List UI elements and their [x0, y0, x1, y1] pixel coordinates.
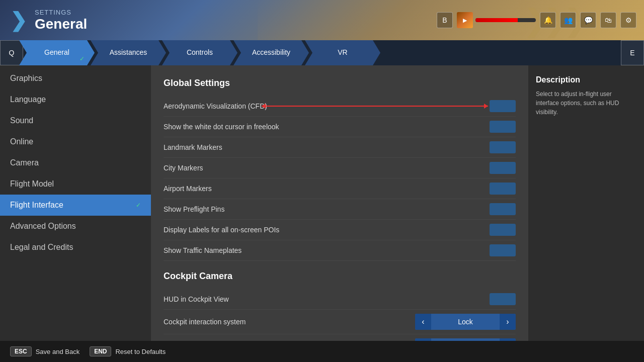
save-back-button[interactable]: ESC Save and Back: [10, 346, 79, 356]
sidebar: Graphics Language Sound Online Camera Fl…: [0, 65, 151, 341]
header-left: ❯ Settings General: [10, 9, 87, 32]
toggle-hud-cockpit[interactable]: [490, 293, 516, 305]
footer: ESC Save and Back END Reset to Defaults: [0, 341, 644, 362]
sidebar-item-flight-interface[interactable]: Flight Interface ✓: [0, 195, 151, 216]
sidebar-item-sound[interactable]: Sound: [0, 110, 151, 131]
reset-defaults-label: Reset to Defaults: [115, 348, 166, 355]
sidebar-item-camera[interactable]: Camera: [0, 152, 151, 173]
dropdown-instrument-tooltips[interactable]: ‹ Off ›: [415, 338, 516, 341]
toggle-preflight-pins[interactable]: [490, 203, 516, 215]
notification-icon[interactable]: 🔔: [540, 12, 556, 28]
sidebar-item-language[interactable]: Language: [0, 89, 151, 110]
xp-bar-container: ▶: [457, 12, 536, 28]
sidebar-item-online[interactable]: Online: [0, 131, 151, 152]
setting-row-hud-cockpit: HUD in Cockpit View: [164, 289, 516, 310]
landmark-label: Landmark Markers: [164, 143, 222, 151]
traffic-nameplates-label: Show Traffic Nameplates: [164, 246, 242, 254]
sidebar-item-legal-credits[interactable]: Legal and Credits: [0, 237, 151, 258]
hud-cockpit-label: HUD in Cockpit View: [164, 295, 229, 303]
toggle-city-markers[interactable]: [490, 162, 516, 174]
end-key: END: [90, 346, 111, 356]
save-back-label: Save and Back: [36, 348, 79, 355]
sidebar-item-flight-model[interactable]: Flight Model: [0, 173, 151, 195]
xp-fill: [475, 18, 518, 22]
nav-tabs: Q General ✓ Assistances Controls Accessi…: [0, 40, 644, 65]
xp-bar: [475, 18, 536, 22]
display-labels-label: Display Labels for all on-screen POIs: [164, 226, 279, 234]
header-right: B ▶ 🔔 👥 💬 🛍 ⚙: [437, 12, 636, 28]
header-settings-label: Settings: [35, 9, 87, 16]
description-title: Description: [536, 75, 636, 84]
toggle-landmark[interactable]: [490, 141, 516, 153]
esc-key: ESC: [10, 346, 32, 356]
city-markers-label: City Markers: [164, 164, 203, 172]
header: ❯ ❯ ❯ ❯ Settings General B ▶ 🔔 👥 💬 🛍 ⚙: [0, 0, 644, 40]
description-text: Select to adjust in-flight user interfac…: [536, 89, 636, 117]
main-layout: Graphics Language Sound Online Camera Fl…: [0, 65, 644, 341]
global-settings-title: Global Settings: [164, 78, 516, 88]
dropdown-right-arrow-2[interactable]: ›: [500, 338, 516, 341]
aero-viz-label: Aerodynamic Visualization (CFD): [164, 102, 267, 110]
header-chevron-icon: ❯: [10, 9, 27, 32]
setting-row-aero-viz: Aerodynamic Visualization (CFD): [164, 96, 516, 117]
chat-icon[interactable]: 💬: [580, 12, 596, 28]
setting-row-preflight-pins: Show Preflight Pins: [164, 199, 516, 220]
content-area[interactable]: Global Settings Aerodynamic Visualizatio…: [151, 65, 528, 341]
setting-row-airport-markers: Airport Markers: [164, 178, 516, 199]
dropdown-left-arrow[interactable]: ‹: [415, 314, 431, 330]
tab-vr[interactable]: VR: [305, 40, 380, 65]
setting-row-traffic-nameplates: Show Traffic Nameplates: [164, 240, 516, 261]
airport-markers-label: Airport Markers: [164, 185, 212, 193]
description-panel: Description Select to adjust in-flight u…: [528, 65, 644, 341]
cockpit-interaction-label: Cockpit interaction system: [164, 318, 246, 326]
tab-general[interactable]: General ✓: [19, 40, 95, 65]
sidebar-item-advanced-options[interactable]: Advanced Options: [0, 216, 151, 237]
q-key-nav[interactable]: Q: [0, 40, 23, 65]
setting-row-city-markers: City Markers: [164, 158, 516, 178]
xp-icon: ▶: [457, 12, 473, 28]
page-title: General: [35, 16, 87, 32]
tab-assistances[interactable]: Assistances: [91, 40, 166, 65]
setting-row-cockpit-interaction: Cockpit interaction system ‹ Lock ›: [164, 310, 516, 334]
e-key-nav[interactable]: E: [621, 40, 644, 65]
tab-accessibility[interactable]: Accessibility: [233, 40, 309, 65]
friends-icon[interactable]: 👥: [560, 12, 576, 28]
white-dot-label: Show the white dot cursor in freelook: [164, 123, 279, 131]
sidebar-item-graphics[interactable]: Graphics: [0, 68, 151, 89]
toggle-display-labels[interactable]: [490, 224, 516, 236]
cockpit-camera-title: Cockpit Camera: [164, 271, 516, 282]
b-button[interactable]: B: [437, 12, 453, 28]
tab-check: ✓: [79, 55, 85, 62]
tab-controls[interactable]: Controls: [162, 40, 237, 65]
header-text: Settings General: [35, 9, 87, 32]
toggle-aero-viz[interactable]: [490, 100, 516, 112]
setting-row-display-labels: Display Labels for all on-screen POIs: [164, 220, 516, 240]
dropdown-cockpit-interaction[interactable]: ‹ Lock ›: [415, 314, 516, 330]
dropdown-cockpit-value: Lock: [431, 318, 500, 326]
dropdown-left-arrow-2[interactable]: ‹: [415, 338, 431, 341]
setting-row-instrument-tooltips: Instrument Name Tooltips ‹ Off ›: [164, 334, 516, 341]
setting-row-white-dot: Show the white dot cursor in freelook: [164, 117, 516, 137]
toggle-airport-markers[interactable]: [490, 183, 516, 195]
sidebar-active-check: ✓: [136, 202, 141, 209]
toggle-white-dot[interactable]: [490, 121, 516, 133]
settings-icon[interactable]: ⚙: [620, 12, 636, 28]
dropdown-right-arrow[interactable]: ›: [500, 314, 516, 330]
setting-row-landmark: Landmark Markers: [164, 137, 516, 158]
preflight-pins-label: Show Preflight Pins: [164, 205, 224, 213]
toggle-traffic-nameplates[interactable]: [490, 244, 516, 256]
store-icon[interactable]: 🛍: [600, 12, 616, 28]
reset-defaults-button[interactable]: END Reset to Defaults: [90, 346, 166, 356]
